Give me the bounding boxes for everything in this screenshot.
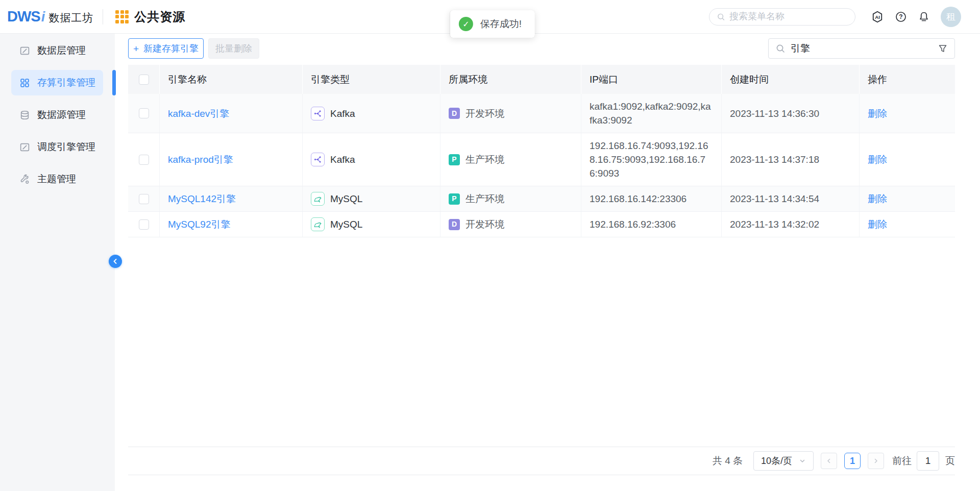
notification-bell-icon[interactable]	[918, 11, 930, 23]
env-label: 生产环境	[465, 192, 504, 206]
env-badge: D	[449, 108, 460, 119]
created-time: 2023-11-13 14:36:30	[730, 107, 819, 120]
user-avatar[interactable]: 租	[941, 7, 961, 27]
table-header-row: 引擎名称 引擎类型 所属环境 IP端口 创建时间 操作	[128, 65, 955, 94]
env-label: 生产环境	[465, 153, 504, 166]
table-search-box[interactable]	[768, 38, 955, 59]
page-number-button[interactable]: 1	[844, 453, 861, 469]
next-page-button[interactable]	[868, 453, 884, 469]
goto-page-input[interactable]	[917, 451, 939, 471]
sidebar-item-topic-mgmt[interactable]: 主题管理	[11, 166, 103, 192]
sidebar-item-engine-mgmt[interactable]: 存算引擎管理	[11, 70, 103, 95]
batch-delete-button[interactable]: 批量删除	[208, 38, 259, 59]
page-size-select[interactable]: 10条/页	[753, 451, 814, 471]
chevron-right-icon	[872, 457, 879, 464]
ai-assistant-icon[interactable]: AI	[871, 10, 884, 23]
env-label: 开发环境	[465, 217, 504, 231]
env-badge: P	[449, 193, 460, 205]
select-all-checkbox[interactable]	[139, 75, 149, 85]
kafka-icon	[313, 155, 322, 164]
engine-type-label: Kafka	[330, 107, 355, 120]
goto-label: 前往	[892, 454, 912, 468]
menu-search-input[interactable]	[729, 11, 848, 22]
app-menu-entry[interactable]: 公共资源	[115, 9, 185, 25]
database-icon	[19, 110, 30, 120]
table-row: MySQL92引擎 MySQL D 开发环境 192.168.16.92:330…	[128, 212, 955, 237]
svg-text:?: ?	[899, 13, 902, 20]
pagination-bar: 共 4 条 10条/页 1 前往 页	[128, 447, 955, 475]
ip-port-value: kafka1:9092,kafka2:9092,kafka3:9092	[590, 100, 713, 127]
row-checkbox[interactable]	[139, 194, 149, 204]
row-checkbox[interactable]	[139, 155, 149, 165]
sidebar-item-label: 存算引擎管理	[37, 76, 95, 89]
delete-link[interactable]: 删除	[868, 107, 887, 120]
ip-port-value: 192.168.16.74:9093,192.168.16.75:9093,19…	[590, 139, 713, 180]
svg-text:AI: AI	[875, 14, 880, 19]
edit-board-icon	[19, 142, 30, 153]
engine-name-link[interactable]: kafka-dev引擎	[168, 107, 229, 120]
engine-name-link[interactable]: kafka-prod引擎	[168, 153, 233, 166]
chevron-left-icon	[112, 258, 118, 264]
engine-type-label: MySQL	[330, 217, 362, 231]
sidebar-item-label: 调度引擎管理	[37, 140, 95, 154]
menu-search-box[interactable]	[709, 8, 855, 26]
column-header-env: 所属环境	[440, 65, 581, 94]
sidebar-item-schedule-engine[interactable]: 调度引擎管理	[11, 134, 103, 160]
chevron-down-icon	[799, 457, 806, 464]
success-toast: ✓ 保存成功!	[450, 10, 535, 38]
page-suffix-label: 页	[945, 454, 955, 468]
kafka-icon	[313, 109, 322, 118]
sidebar-item-data-source[interactable]: 数据源管理	[11, 102, 103, 128]
sidebar-item-label: 主题管理	[37, 173, 76, 186]
toolbar: + 新建存算引擎 批量删除	[128, 38, 955, 59]
engine-name-link[interactable]: MySQL142引擎	[168, 192, 236, 206]
engine-type-icon	[311, 107, 325, 120]
sidebar-item-label: 数据源管理	[37, 108, 86, 121]
sidebar: 数据层管理 存算引擎管理 数据源管理 调度引擎管理 主题管理	[0, 34, 115, 491]
created-time: 2023-11-13 14:34:54	[730, 192, 819, 206]
column-header-type: 引擎类型	[303, 65, 440, 94]
toast-message: 保存成功!	[480, 17, 522, 31]
ip-port-value: 192.168.16.142:23306	[590, 192, 687, 206]
delete-link[interactable]: 删除	[868, 217, 887, 231]
brand-logo-text: DWS	[7, 8, 40, 25]
new-engine-button-label: 新建存算引擎	[143, 42, 199, 55]
mysql-icon	[313, 194, 323, 204]
table-row: kafka-dev引擎 Kafka D 开发环境 kafka1:9092,kaf…	[128, 94, 955, 133]
created-time: 2023-11-13 14:37:18	[730, 153, 819, 166]
search-icon	[775, 43, 786, 54]
engine-type-icon	[311, 192, 325, 206]
filter-funnel-icon[interactable]	[938, 43, 948, 54]
plus-icon: +	[133, 44, 139, 54]
env-badge: D	[449, 219, 460, 230]
engine-table: 引擎名称 引擎类型 所属环境 IP端口 创建时间 操作 kafka-dev引擎 …	[128, 65, 955, 237]
column-header-ip: IP端口	[581, 65, 722, 94]
brand-logo[interactable]: DWSi 数据工坊	[7, 8, 93, 25]
sidebar-collapse-button[interactable]	[109, 255, 122, 268]
header-divider	[103, 9, 103, 24]
delete-link[interactable]: 删除	[868, 192, 887, 206]
env-label: 开发环境	[465, 107, 504, 120]
table-row: MySQL142引擎 MySQL P 生产环境 192.168.16.142:2…	[128, 186, 955, 212]
row-checkbox[interactable]	[139, 219, 149, 230]
page-size-value: 10条/页	[761, 455, 792, 467]
engine-type-label: Kafka	[330, 153, 355, 166]
table-search-input[interactable]	[791, 43, 933, 54]
delete-link[interactable]: 删除	[868, 153, 887, 166]
row-checkbox[interactable]	[139, 108, 149, 118]
empty-area	[128, 237, 955, 447]
prev-page-button[interactable]	[821, 453, 837, 469]
column-header-actions: 操作	[860, 65, 955, 94]
edit-board-icon	[19, 45, 30, 56]
env-badge: P	[449, 154, 460, 165]
brand-logo-i: i	[41, 9, 45, 25]
new-engine-button[interactable]: + 新建存算引擎	[128, 38, 204, 59]
engine-type-icon	[311, 217, 325, 231]
app-name: 公共资源	[134, 9, 185, 25]
brand-logo-suffix: 数据工坊	[48, 11, 93, 25]
sidebar-item-data-layer[interactable]: 数据层管理	[11, 38, 103, 63]
grid-squares-icon	[19, 78, 30, 88]
help-icon[interactable]: ?	[895, 11, 907, 23]
engine-name-link[interactable]: MySQL92引擎	[168, 217, 230, 231]
sidebar-item-label: 数据层管理	[37, 44, 86, 57]
